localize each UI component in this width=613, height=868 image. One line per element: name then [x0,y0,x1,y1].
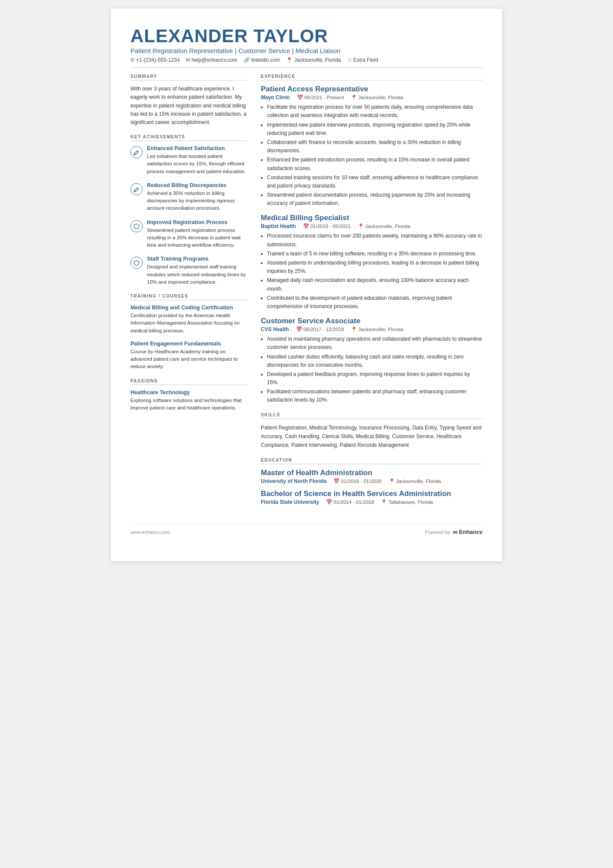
extra-value: Extra Field [353,57,378,63]
powered-by-label: Powered by [425,530,450,535]
body-layout: SUMMARY With over 3 years of healthcare … [130,74,483,510]
edu-location: 📍 Jacksonville, Florida [389,478,441,484]
bullet-item: Processed insurance claims for over 200 … [267,232,483,248]
footer-url: www.enhancv.com [130,530,170,535]
calendar-icon: 📅 [333,478,340,484]
skills-text: Patient Registration, Medical Terminolog… [261,423,483,450]
left-column: SUMMARY With over 3 years of healthcare … [130,74,248,510]
contact-extra: ☆ Extra Field [347,57,378,63]
phone-value: +1-(234)-555-1234 [136,57,180,63]
job-company: Mayo Clinic [261,94,290,101]
contact-email: ✉ help@enhancv.com [186,57,237,63]
achievement-title: Reduced Billing Discrepancies [147,182,248,188]
contact-bar: ✆ +1-(234)-555-1234 ✉ help@enhancv.com 🔗… [130,57,483,68]
job-location: 📍 Jacksonville, Florida [358,223,410,229]
job-company: CVS Health [261,326,289,332]
achievement-item: Improved Registration ProcessStreamlined… [130,219,248,249]
passions-list: Healthcare TechnologyExploring software … [130,389,248,412]
candidate-name: ALEXANDER TAYLOR [130,26,483,46]
passion-item: Healthcare TechnologyExploring software … [130,389,248,412]
training-list: Medical Billing and Coding Certification… [130,305,248,371]
education-item: Bachelor of Science in Health Services A… [261,489,483,505]
bullet-item: Assisted patients in understanding billi… [267,259,483,275]
experience-list: Patient Access RepresentativeMayo Clinic… [261,85,483,404]
bullet-item: Implemented new patient interview protoc… [267,121,483,137]
edu-meta: Florida State University📅 01/2014 - 01/2… [261,499,483,505]
experience-job: Medical Billing SpecialistBaptist Health… [261,214,483,311]
job-location: 📍 Jacksonville, Florida [351,326,403,332]
linkedin-value: linkedin.com [251,57,280,63]
job-location: 📍 Jacksonville, Florida [351,94,403,101]
job-title: Customer Service Associate [261,317,483,325]
bullet-item: Handled cashier duties efficiently, bala… [267,353,483,369]
link-icon: 🔗 [243,57,250,63]
achievements-list: Enhanced Patient SatisfactionLed initiat… [130,145,248,286]
job-meta: CVS Health📅 06/2017 - 12/2018📍 Jacksonvi… [261,326,483,332]
school-name: University of North Florida [261,478,326,484]
degree-title: Bachelor of Science in Health Services A… [261,489,483,498]
bullet-item: Collaborated with finance to reconcile a… [267,138,483,155]
bullet-item: Assisted in maintaining pharmacy operati… [267,335,483,352]
job-dates: 📅 06/2017 - 12/2018 [296,326,344,332]
contact-phone: ✆ +1-(234)-555-1234 [130,57,180,63]
bullet-item: Trained a team of 5 in new billing softw… [267,250,483,258]
achievement-desc: Led initiatives that boosted patient sat… [147,153,248,175]
bullet-item: Streamlined patient documentation proces… [267,191,483,208]
achievements-label: KEY ACHIEVEMENTS [130,134,248,141]
email-value: help@enhancv.com [191,57,237,63]
footer-powered: Powered by ∞ Enhancv [425,528,483,536]
education-item: Master of Health AdministrationUniversit… [261,469,483,484]
footer: www.enhancv.com Powered by ∞ Enhancv [130,523,483,536]
training-item: Patient Engagement FundamentalsCourse by… [130,341,248,371]
training-label: TRAINING / COURSES [130,294,248,300]
job-title: Patient Access Representative [261,85,483,94]
resume-page: ALEXANDER TAYLOR Patient Registration Re… [111,9,502,561]
logo-icon: ∞ [453,528,457,536]
pencil-icon [130,146,143,158]
achievement-content: Enhanced Patient SatisfactionLed initiat… [147,145,248,175]
shield-icon [130,257,143,269]
bullet-item: Facilitated communications between patie… [267,388,483,404]
job-bullets: Processed insurance claims for over 200 … [267,232,483,311]
training-desc: Course by Healthcare Academy training on… [130,348,248,371]
summary-text: With over 3 years of healthcare experien… [130,85,248,127]
edu-dates: 📅 01/2014 - 01/2018 [326,499,374,505]
training-title: Medical Billing and Coding Certification [130,305,248,311]
location-value: Jacksonville, Florida [294,57,341,63]
calendar-icon: 📅 [297,94,303,101]
job-title: Medical Billing Specialist [261,214,483,222]
achievement-title: Improved Registration Process [147,219,248,225]
degree-title: Master of Health Administration [261,469,483,477]
experience-label: EXPERIENCE [261,74,483,80]
achievement-desc: Streamlined patient registration process… [147,227,248,249]
shield-icon [130,220,143,232]
edu-dates: 📅 01/2018 - 01/2020 [333,478,381,484]
achievement-title: Staff Training Programs [147,256,248,262]
skills-label: SKILLS [261,412,483,419]
bullet-item: Facilitate the registration process for … [267,103,483,120]
pin-icon: 📍 [358,223,364,229]
header: ALEXANDER TAYLOR Patient Registration Re… [130,26,483,68]
summary-label: SUMMARY [130,74,248,80]
passion-title: Healthcare Technology [130,389,248,395]
training-title: Patient Engagement Fundamentals [130,341,248,347]
calendar-icon: 📅 [326,499,332,505]
training-item: Medical Billing and Coding Certification… [130,305,248,335]
education-label: EDUCATION [261,458,483,464]
pin-icon: 📍 [389,478,395,484]
job-meta: Baptist Health📅 01/2019 - 05/2021📍 Jacks… [261,223,483,229]
achievement-item: Enhanced Patient SatisfactionLed initiat… [130,145,248,175]
job-dates: 📅 01/2019 - 05/2021 [303,223,351,229]
experience-job: Patient Access RepresentativeMayo Clinic… [261,85,483,208]
school-name: Florida State University [261,499,319,505]
candidate-title: Patient Registration Representative | Cu… [130,47,483,54]
bullet-item: Developed a patient feedback program, im… [267,370,483,387]
bullet-item: Conducted training sessions for 10 new s… [267,174,483,190]
location-icon: 📍 [286,57,293,63]
star-icon: ☆ [347,57,352,63]
job-bullets: Assisted in maintaining pharmacy operati… [267,335,483,405]
achievement-item: Reduced Billing DiscrepanciesAchieved a … [130,182,248,212]
achievement-item: Staff Training ProgramsDesigned and impl… [130,256,248,286]
pencil-icon [130,183,143,195]
right-column: EXPERIENCE Patient Access Representative… [261,74,483,510]
